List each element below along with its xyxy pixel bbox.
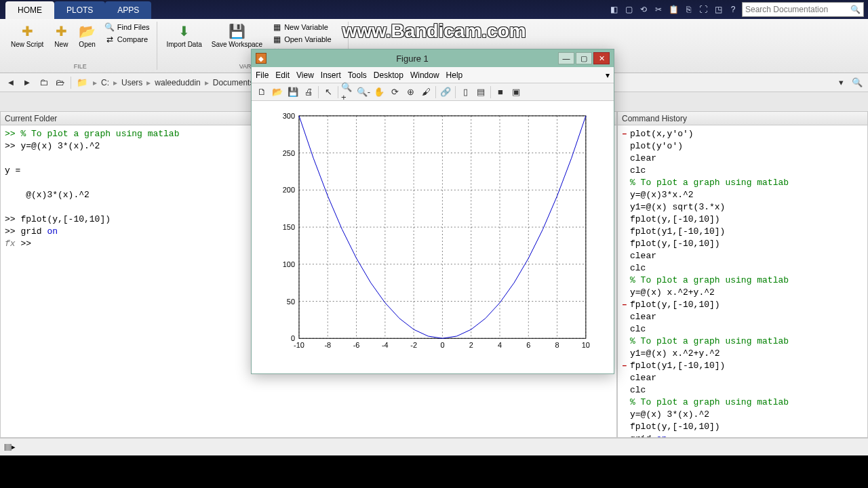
menu-desktop[interactable]: Desktop <box>374 70 403 80</box>
history-item[interactable]: clear <box>622 152 863 165</box>
command-history-header[interactable]: Command History <box>618 112 867 125</box>
show-tools-icon[interactable]: ▣ <box>509 85 524 99</box>
up-folder-button[interactable]: 🗀 <box>37 76 50 89</box>
pointer-icon[interactable]: ↖ <box>321 85 336 99</box>
forward-button[interactable]: ► <box>20 76 34 89</box>
svg-text:10: 10 <box>582 341 590 349</box>
bc-drive[interactable]: C: <box>100 78 111 87</box>
history-item[interactable]: clc <box>622 165 863 177</box>
qat-icon-1[interactable]: ◧ <box>608 3 620 16</box>
history-item[interactable]: –fplot(y,[-10,10]) <box>622 299 863 311</box>
close-button[interactable]: ✕ <box>593 52 610 64</box>
bc-documents[interactable]: Documents <box>212 78 256 87</box>
back-button[interactable]: ◄ <box>4 76 18 89</box>
qat-icon-6[interactable]: ⎘ <box>682 3 694 16</box>
find-files-button[interactable]: 🔍Find Files <box>102 22 153 33</box>
history-item[interactable]: y1=@(x) sqrt(3.*x) <box>622 201 863 214</box>
search-path-icon[interactable]: 🔍 <box>850 76 864 89</box>
menu-window[interactable]: Window <box>410 70 439 80</box>
history-item[interactable]: clear <box>622 311 863 323</box>
qat-icon-7[interactable]: ⛶ <box>697 3 709 16</box>
colorbar-icon[interactable]: ▯ <box>458 85 473 99</box>
history-item[interactable]: y=@(x) x.^2+y.^2 <box>622 287 863 299</box>
tab-plots[interactable]: PLOTS <box>54 1 105 19</box>
new-icon: ✚ <box>53 23 69 39</box>
history-item[interactable]: clc <box>622 384 863 396</box>
dropdown-icon[interactable]: ▾ <box>834 76 848 89</box>
compare-button[interactable]: ⇄Compare <box>102 34 153 45</box>
history-item[interactable]: y=@(x) 3*(x).^2 <box>622 409 863 421</box>
menu-help[interactable]: Help <box>446 70 463 80</box>
history-item[interactable]: y1=@(x) x.^2+y.^2 <box>622 348 863 360</box>
menu-collapse-icon[interactable]: ▾ <box>606 70 610 80</box>
qat-icon-5[interactable]: 📋 <box>667 3 679 16</box>
bc-user[interactable]: waleeduddin <box>153 78 201 87</box>
command-history-body[interactable]: –plot(x,y'o')plot(y'o')clearclc% To plot… <box>618 125 867 437</box>
history-item[interactable]: grid on <box>622 433 863 437</box>
history-item[interactable]: fplot(y,[-10,10]) <box>622 238 863 250</box>
history-item[interactable]: fplot(y,[-10,10]) <box>622 214 863 226</box>
search-icon[interactable]: 🔍 <box>850 5 861 14</box>
browse-button[interactable]: 🗁 <box>53 76 66 89</box>
menu-tools[interactable]: Tools <box>348 70 367 80</box>
zoom-in-icon[interactable]: 🔍+ <box>340 85 355 99</box>
new-button[interactable]: ✚ New <box>50 22 72 49</box>
datatip-icon[interactable]: ⊕ <box>403 85 418 99</box>
save-fig-icon[interactable]: 💾 <box>285 85 300 99</box>
save-workspace-button[interactable]: 💾 Save Workspace <box>209 22 265 49</box>
figure-window[interactable]: ◆ Figure 1 — ▢ ✕ File Edit View Insert T… <box>251 49 614 374</box>
menu-insert[interactable]: Insert <box>321 70 341 80</box>
history-item[interactable]: y=@(x)3*x.^2 <box>622 189 863 201</box>
search-input[interactable] <box>745 5 850 14</box>
history-item[interactable]: clear <box>622 250 863 262</box>
history-item[interactable]: fplot(y,[-10,10]) <box>622 421 863 433</box>
open-fig-icon[interactable]: 📂 <box>270 85 285 99</box>
new-script-button[interactable]: ✚ New Script <box>8 22 46 49</box>
history-item[interactable]: % To plot a graph using matlab <box>622 177 863 189</box>
tab-apps[interactable]: APPS <box>105 1 151 19</box>
history-item[interactable]: fplot(y1,[-10,10]) <box>622 226 863 238</box>
link-icon[interactable]: 🔗 <box>438 85 453 99</box>
compare-label: Compare <box>117 35 148 43</box>
history-item[interactable]: % To plot a graph using matlab <box>622 336 863 348</box>
minimize-button[interactable]: — <box>558 52 574 64</box>
new-fig-icon[interactable]: 🗋 <box>254 85 269 99</box>
svg-text:250: 250 <box>283 149 295 157</box>
menu-edit[interactable]: Edit <box>275 70 290 80</box>
history-item[interactable]: –fplot(y1,[-10,10]) <box>622 360 863 372</box>
rotate-icon[interactable]: ⟳ <box>387 85 402 99</box>
menu-view[interactable]: View <box>296 70 314 80</box>
qat-icon-3[interactable]: ⟲ <box>637 3 650 16</box>
history-item[interactable]: plot(y'o') <box>622 140 863 152</box>
menu-file[interactable]: File <box>256 70 269 80</box>
history-item[interactable]: % To plot a graph using matlab <box>622 396 863 409</box>
help-icon[interactable]: ? <box>727 3 739 16</box>
print-icon[interactable]: 🖨 <box>301 85 316 99</box>
qat-icon-8[interactable]: ◳ <box>712 3 724 16</box>
legend-icon[interactable]: ▤ <box>473 85 488 99</box>
maximize-button[interactable]: ▢ <box>576 52 592 64</box>
new-label: New <box>54 41 68 48</box>
bc-users[interactable]: Users <box>120 78 144 87</box>
new-variable-button[interactable]: ▦New Variable <box>269 22 344 33</box>
open-button[interactable]: 📂 Open <box>76 22 98 49</box>
search-documentation[interactable]: 🔍 <box>742 2 864 17</box>
open-variable-button[interactable]: ▦Open Variable <box>269 34 344 45</box>
history-item[interactable]: –plot(x,y'o') <box>622 128 863 140</box>
history-item[interactable]: clc <box>622 262 863 274</box>
history-item[interactable]: clc <box>622 323 863 336</box>
figure-axes[interactable]: -10-8-6-4-20246810050100150200250300 <box>252 102 614 373</box>
import-data-button[interactable]: ⬇ Import Data <box>164 22 205 49</box>
tab-home[interactable]: HOME <box>5 1 54 19</box>
figure-title: Figure 1 <box>267 54 558 64</box>
figure-titlebar[interactable]: ◆ Figure 1 — ▢ ✕ <box>252 49 614 67</box>
qat-icon-2[interactable]: ▢ <box>623 3 635 16</box>
history-item[interactable]: clear <box>622 372 863 384</box>
history-item[interactable]: % To plot a graph using matlab <box>622 274 863 287</box>
brush-icon[interactable]: 🖌 <box>418 85 433 99</box>
group-file-label: FILE <box>74 62 87 70</box>
zoom-out-icon[interactable]: 🔍- <box>356 85 371 99</box>
hide-tools-icon[interactable]: ■ <box>493 85 508 99</box>
pan-icon[interactable]: ✋ <box>372 85 387 99</box>
qat-icon-4[interactable]: ✂ <box>652 3 665 16</box>
